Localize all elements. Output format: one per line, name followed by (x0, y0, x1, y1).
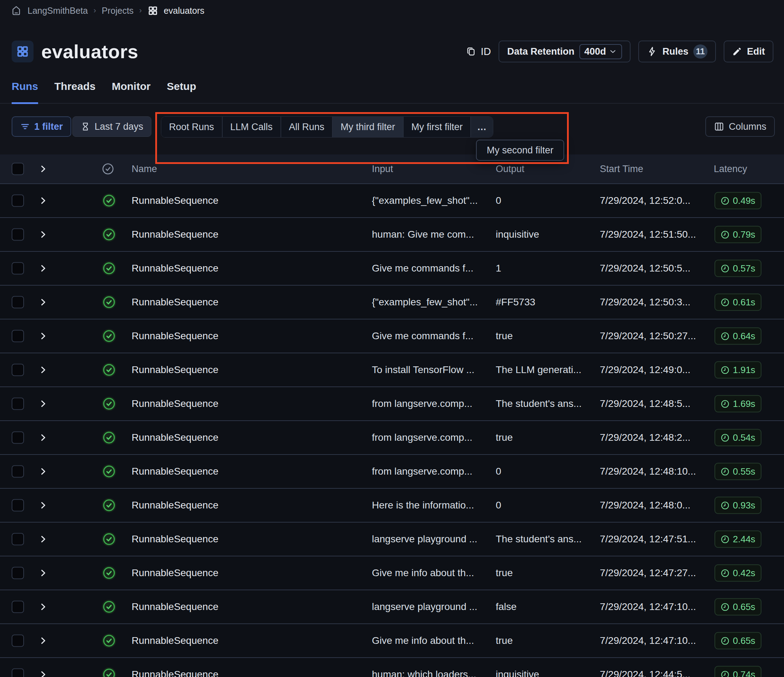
row-checkbox[interactable] (12, 195, 24, 207)
row-checkbox[interactable] (12, 466, 24, 478)
row-checkbox[interactable] (12, 330, 24, 342)
tab-monitor[interactable]: Monitor (112, 81, 151, 102)
cell-start-time: 7/29/2024, 12:48:10... (600, 466, 709, 477)
row-expand-chevron-icon[interactable] (38, 196, 48, 206)
table-row[interactable]: RunnableSequence human: Give me com... i… (0, 217, 784, 251)
cell-name: RunnableSequence (132, 398, 358, 409)
table-row[interactable]: RunnableSequence Give me info about th..… (0, 556, 784, 590)
row-checkbox[interactable] (12, 567, 24, 579)
cell-input: Here is the informatio... (372, 500, 488, 511)
row-checkbox[interactable] (12, 398, 24, 410)
breadcrumb-root[interactable]: LangSmithBeta (28, 6, 88, 16)
tab-threads[interactable]: Threads (54, 81, 96, 102)
row-checkbox[interactable] (12, 432, 24, 444)
latency-value: 0.57s (733, 263, 755, 274)
expand-all-chevron-icon[interactable] (38, 164, 48, 174)
cell-output: true (496, 331, 594, 342)
row-expand-chevron-icon[interactable] (38, 297, 48, 307)
success-status-icon (101, 430, 117, 445)
columns-label: Columns (729, 121, 766, 132)
clock-icon (720, 331, 730, 341)
cell-input: Give me info about th... (372, 635, 488, 646)
table-row[interactable]: RunnableSequence from langserve.comp... … (0, 387, 784, 420)
copy-id-button[interactable]: ID (466, 46, 491, 57)
row-checkbox[interactable] (12, 364, 24, 376)
table-row[interactable]: RunnableSequence langserve playground ..… (0, 522, 784, 556)
row-expand-chevron-icon[interactable] (38, 230, 48, 239)
title-actions: ID Data Retention 400d Rules 11 (466, 40, 773, 62)
row-checkbox[interactable] (12, 499, 24, 512)
home-icon[interactable] (11, 5, 22, 16)
tab-runs[interactable]: Runs (12, 81, 38, 104)
shortcut-root-runs[interactable]: Root Runs (161, 117, 222, 137)
latency-value: 0.74s (733, 669, 755, 677)
shortcut-my-third-filter[interactable]: My third filter (332, 117, 403, 137)
table-row[interactable]: RunnableSequence To install TensorFlow .… (0, 352, 784, 387)
cell-input: {"examples_few_shot"... (372, 195, 488, 206)
row-expand-chevron-icon[interactable] (38, 365, 48, 375)
row-checkbox[interactable] (12, 296, 24, 309)
shortcut-all-runs[interactable]: All Runs (280, 117, 332, 137)
table-row[interactable]: RunnableSequence Here is the informatio.… (0, 488, 784, 522)
time-range-label: Last 7 days (95, 121, 143, 132)
table-row[interactable]: RunnableSequence human: which loaders...… (0, 657, 784, 677)
latency-badge: 2.44s (714, 531, 761, 548)
pencil-icon (732, 47, 742, 56)
table-row[interactable]: RunnableSequence Give me commands f... t… (0, 319, 784, 352)
row-expand-chevron-icon[interactable] (38, 263, 48, 273)
edit-button[interactable]: Edit (724, 40, 773, 62)
table-row[interactable]: RunnableSequence langserve playground ..… (0, 590, 784, 623)
row-expand-chevron-icon[interactable] (38, 602, 48, 612)
row-expand-chevron-icon[interactable] (38, 636, 48, 646)
table-row[interactable]: RunnableSequence {"examples_few_shot"...… (0, 183, 784, 217)
tab-setup[interactable]: Setup (167, 81, 196, 102)
latency-badge: 1.91s (714, 362, 761, 379)
cell-output: 0 (496, 195, 594, 206)
table-row[interactable]: RunnableSequence Give me info about th..… (0, 623, 784, 657)
row-expand-chevron-icon[interactable] (38, 399, 48, 409)
rules-button[interactable]: Rules 11 (638, 40, 716, 62)
data-retention-button[interactable]: Data Retention 400d (499, 40, 630, 62)
row-checkbox[interactable] (12, 601, 24, 613)
table-row[interactable]: RunnableSequence Give me commands f... 1… (0, 251, 784, 285)
row-expand-chevron-icon[interactable] (38, 534, 48, 544)
cell-output: true (496, 432, 594, 443)
latency-value: 0.79s (733, 229, 755, 240)
row-checkbox[interactable] (12, 228, 24, 241)
filter-dropdown-item-my-second-filter[interactable]: My second filter (476, 140, 564, 161)
row-checkbox[interactable] (12, 262, 24, 275)
shortcut-my-first-filter[interactable]: My first filter (403, 117, 471, 137)
shortcut-llm-calls[interactable]: LLM Calls (222, 117, 280, 137)
filter-count-button[interactable]: 1 filter (12, 116, 71, 137)
latency-value: 0.49s (733, 195, 755, 206)
select-all-checkbox[interactable] (12, 163, 24, 175)
table-row[interactable]: RunnableSequence from langserve.comp... … (0, 454, 784, 488)
shortcut-more-button[interactable]: ... (470, 117, 493, 137)
filter-toolbar: 1 filter Last 7 days Root Runs LLM Calls… (0, 116, 784, 138)
row-checkbox[interactable] (12, 635, 24, 647)
cell-input: from langserve.comp... (372, 432, 488, 443)
row-expand-chevron-icon[interactable] (38, 331, 48, 341)
row-checkbox[interactable] (12, 533, 24, 545)
header-output: Output (496, 164, 524, 174)
cell-name: RunnableSequence (132, 466, 358, 477)
latency-badge: 0.64s (714, 328, 761, 345)
time-range-button[interactable]: Last 7 days (72, 116, 151, 137)
columns-button[interactable]: Columns (705, 116, 775, 137)
latency-badge: 0.49s (714, 192, 761, 210)
data-retention-value-select[interactable]: 400d (579, 44, 622, 59)
row-expand-chevron-icon[interactable] (38, 669, 48, 677)
row-expand-chevron-icon[interactable] (38, 500, 48, 510)
breadcrumb-projects[interactable]: Projects (102, 6, 133, 16)
latency-badge: 0.57s (714, 260, 761, 277)
latency-value: 0.42s (733, 568, 755, 579)
row-expand-chevron-icon[interactable] (38, 568, 48, 578)
row-expand-chevron-icon[interactable] (38, 466, 48, 477)
table-row[interactable]: RunnableSequence {"examples_few_shot"...… (0, 285, 784, 319)
latency-value: 1.91s (733, 365, 755, 376)
latency-value: 0.55s (733, 466, 755, 477)
row-checkbox[interactable] (12, 669, 24, 677)
table-row[interactable]: RunnableSequence from langserve.comp... … (0, 420, 784, 454)
row-expand-chevron-icon[interactable] (38, 433, 48, 443)
latency-badge: 0.65s (714, 632, 761, 649)
